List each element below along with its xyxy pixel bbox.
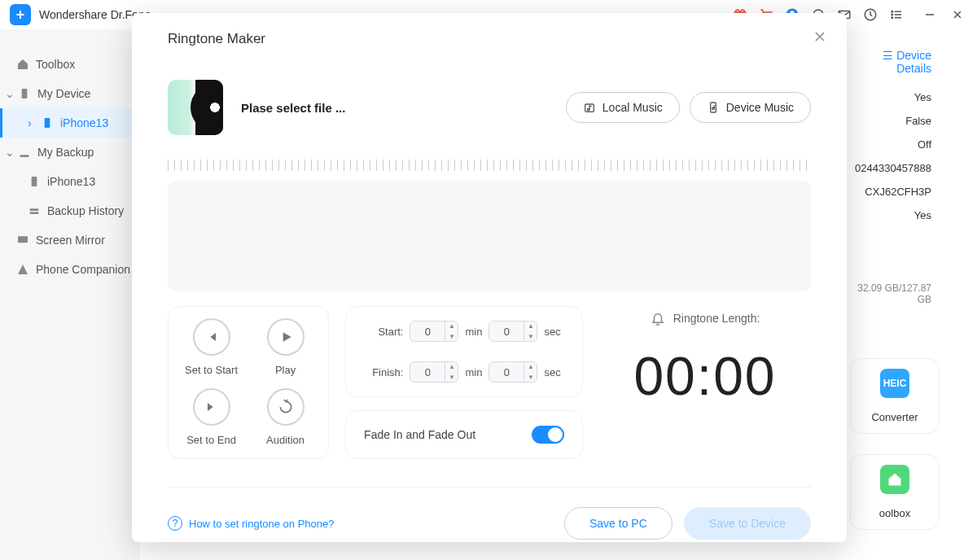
- save-to-pc-button[interactable]: Save to PC: [564, 507, 673, 540]
- unit-label: sec: [544, 326, 560, 338]
- ringtone-maker-modal: Ringtone Maker Plase select file ... Loc…: [132, 13, 847, 542]
- bell-icon: [651, 311, 665, 326]
- timeline-ruler: [168, 160, 811, 171]
- file-select-row: Plase select file ... Local Music Device…: [168, 80, 811, 135]
- history-icon[interactable]: [863, 7, 878, 22]
- window-controls: [920, 5, 967, 24]
- set-to-end-button[interactable]: Set to End: [185, 388, 238, 447]
- sidebar-item-label: Toolbox: [36, 58, 75, 71]
- heic-icon: HEIC: [880, 369, 909, 398]
- svg-point-10: [892, 14, 893, 15]
- play-icon: [267, 318, 304, 356]
- question-icon: ?: [168, 516, 182, 531]
- download-icon: [18, 146, 31, 159]
- stepper[interactable]: ▲▼: [524, 361, 537, 383]
- start-marker-icon: [193, 318, 230, 356]
- svg-point-9: [892, 11, 893, 13]
- start-sec-input[interactable]: 0▲▼: [488, 321, 537, 342]
- fade-toggle[interactable]: [532, 426, 564, 444]
- play-button[interactable]: Play: [259, 318, 312, 377]
- home-icon: [16, 58, 29, 71]
- menu-list-icon[interactable]: [889, 7, 904, 22]
- finish-min-input[interactable]: 0▲▼: [410, 361, 458, 383]
- chevron-down-icon: ⌄: [5, 87, 15, 100]
- end-marker-icon: [193, 388, 230, 426]
- set-to-start-button[interactable]: Set to Start: [185, 318, 238, 377]
- sidebar-item-my-backup[interactable]: ⌄ My Backup: [0, 138, 140, 167]
- svg-rect-15: [32, 177, 37, 186]
- detail-value: False: [847, 115, 977, 127]
- sidebar-item-toolbox[interactable]: Toolbox: [0, 50, 140, 79]
- detail-value: 0244330457888: [847, 162, 977, 174]
- device-details-panel: ☰Device Details Yes False Off 0244330457…: [847, 49, 977, 305]
- toolbox-icon: [880, 465, 909, 494]
- fade-toggle-row: Fade In and Fade Out: [345, 410, 583, 459]
- sidebar-item-label: My Backup: [37, 146, 94, 159]
- tool-card-toolbox[interactable]: oolbox: [850, 454, 940, 530]
- svg-rect-17: [30, 212, 39, 214]
- sidebar-item-my-device[interactable]: ⌄ My Device: [0, 79, 140, 108]
- sidebar-item-label: iPhone13: [47, 175, 95, 188]
- tool-card-converter[interactable]: HEIC Converter: [850, 358, 940, 434]
- unit-label: min: [465, 326, 482, 338]
- sidebar-item-backup-history[interactable]: Backup History: [0, 196, 140, 225]
- sidebar-item-label: Backup History: [47, 204, 124, 217]
- close-button[interactable]: [948, 5, 967, 24]
- time-range-panel: Start: 0▲▼ min 0▲▼ sec Finish: 0▲▼ min 0…: [345, 306, 583, 397]
- device-details-link[interactable]: ☰Device Details: [847, 49, 977, 75]
- modal-close-button[interactable]: [814, 31, 829, 46]
- detail-value: Yes: [847, 209, 977, 221]
- waveform-area[interactable]: [168, 181, 811, 291]
- fade-label: Fade In and Fade Out: [364, 428, 475, 441]
- svg-point-11: [892, 17, 893, 19]
- detail-value: Yes: [847, 91, 977, 103]
- help-link[interactable]: ? How to set ringtone on Phone?: [168, 516, 335, 531]
- detail-value: Off: [847, 138, 977, 151]
- sidebar-item-label: iPhone13: [60, 116, 108, 129]
- start-min-input[interactable]: 0▲▼: [410, 321, 458, 342]
- svg-rect-13: [22, 89, 28, 98]
- sidebar: Toolbox ⌄ My Device › iPhone13 ⌄ My Back…: [0, 29, 140, 560]
- audition-button[interactable]: Audition: [259, 388, 312, 447]
- file-prompt: Plase select file ...: [241, 101, 345, 115]
- sidebar-item-label: Screen Mirror: [36, 234, 105, 247]
- chevron-right-icon: ›: [28, 116, 37, 129]
- sidebar-item-backup-iphone13[interactable]: iPhone13: [0, 167, 140, 196]
- device-music-button[interactable]: Device Music: [690, 92, 811, 123]
- sidebar-item-label: Phone Companion: [36, 263, 130, 276]
- sidebar-item-screen-mirror[interactable]: Screen Mirror: [0, 225, 140, 255]
- album-art-icon: [168, 80, 223, 135]
- stepper[interactable]: ▲▼: [524, 321, 537, 342]
- modal-footer: ? How to set ringtone on Phone? Save to …: [168, 487, 811, 540]
- local-music-button[interactable]: Local Music: [566, 92, 680, 123]
- detail-value: CXJ62CFH3P: [847, 186, 977, 198]
- finish-label: Finish:: [367, 366, 403, 378]
- phone-icon: [28, 175, 41, 188]
- phone-music-icon: [707, 101, 720, 114]
- ringtone-length-panel: Ringtone Length: 00:00: [599, 306, 811, 459]
- length-label: Ringtone Length:: [673, 312, 760, 325]
- storage-value: 32.09 GB/127.87 GB: [847, 282, 977, 305]
- length-value: 00:00: [633, 345, 776, 407]
- save-to-device-button[interactable]: Save to Device: [684, 507, 811, 540]
- svg-rect-14: [45, 118, 50, 128]
- unit-label: min: [465, 366, 482, 378]
- card-label: oolbox: [851, 507, 939, 519]
- chevron-down-icon: ⌄: [5, 146, 15, 159]
- svg-rect-16: [30, 208, 39, 211]
- phone-icon: [41, 116, 54, 129]
- stepper[interactable]: ▲▼: [445, 361, 458, 383]
- card-label: Converter: [851, 411, 939, 423]
- stepper[interactable]: ▲▼: [445, 321, 458, 342]
- companion-icon: [16, 263, 29, 276]
- sidebar-item-phone-companion[interactable]: Phone Companion: [0, 255, 140, 284]
- playback-controls: Set to Start Play Set to End Audition: [168, 306, 329, 459]
- drive-icon: [28, 204, 41, 217]
- unit-label: sec: [544, 366, 560, 378]
- finish-sec-input[interactable]: 0▲▼: [488, 361, 537, 383]
- phone-icon: [18, 87, 31, 100]
- start-label: Start:: [367, 326, 403, 338]
- app-logo-icon: +: [10, 4, 31, 25]
- sidebar-item-iphone13[interactable]: › iPhone13: [0, 108, 140, 138]
- minimize-button[interactable]: [920, 5, 940, 24]
